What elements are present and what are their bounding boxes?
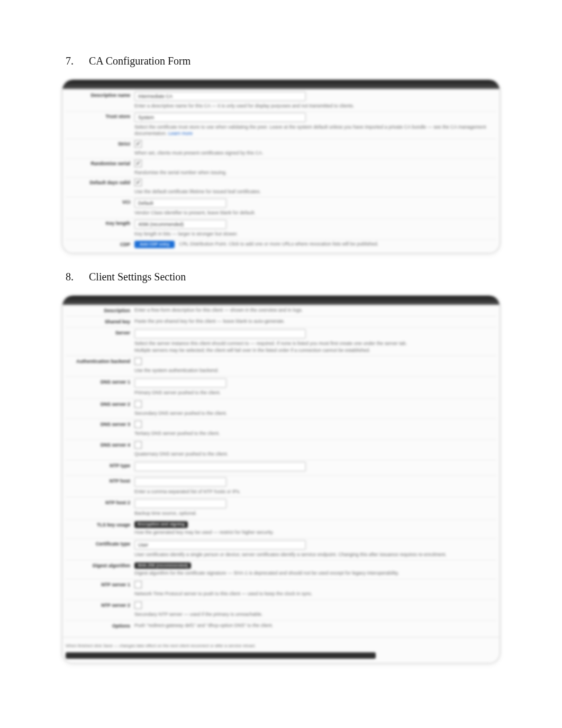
hint-dns4: Quaternary DNS server pushed to the clie… xyxy=(134,451,228,457)
pill-digest[interactable]: SHA-256 (recommended) xyxy=(134,562,191,569)
hint-ntp-host2: Backup time source, optional. xyxy=(134,511,197,516)
figure-8-wrap: Description Enter a free-form descriptio… xyxy=(0,295,562,664)
hint-dns1: Primary DNS server pushed to the client. xyxy=(134,390,221,395)
label-descriptive-name: Descriptive name xyxy=(66,92,134,98)
hint-dns2: Secondary DNS server pushed to the clien… xyxy=(134,411,227,416)
row-ntp-host2: NTP host 2 Backup time source, optional. xyxy=(66,497,496,519)
label-options: Options xyxy=(66,622,134,629)
label-ntp-host2: NTP host 2 xyxy=(66,499,134,506)
label-strict: Strict xyxy=(66,140,134,147)
row-key-length: Key length 4096 (recommended) Key length… xyxy=(66,218,496,239)
label-default-days: Default days valid xyxy=(66,179,134,186)
figure-footer: When finished click Save — changes take … xyxy=(62,637,500,663)
figure-7-wrap: Descriptive name Intermediate CA Enter a… xyxy=(0,79,562,254)
label-dns2: DNS server 2 xyxy=(66,401,134,407)
checkbox-auth-backend[interactable] xyxy=(134,358,142,365)
select-key-length[interactable]: 4096 (recommended) xyxy=(134,220,226,229)
input-descriptive-name[interactable]: Intermediate CA xyxy=(134,92,306,101)
row-randomise-serial: Randomise serial Randomise the serial nu… xyxy=(66,158,496,178)
checkbox-dns3[interactable] xyxy=(134,421,142,428)
row-cdp: CDP Add CDP entry CRL Distribution Point… xyxy=(66,239,496,250)
label-tls-usage: TLS key usage xyxy=(66,521,134,528)
list-title-7: CA Configuration Form xyxy=(89,55,562,67)
label-cdp: CDP xyxy=(66,241,134,248)
row-descriptive-name: Descriptive name Intermediate CA Enter a… xyxy=(66,89,496,111)
figure-body-2: Description Enter a free-form descriptio… xyxy=(62,305,500,634)
row-vci: VCI Default Vendor Class Identifier to p… xyxy=(66,197,496,218)
figure-body: Descriptive name Intermediate CA Enter a… xyxy=(62,89,500,253)
hint-dns3: Tertiary DNS server pushed to the client… xyxy=(134,431,220,436)
select-server[interactable] xyxy=(134,329,306,339)
list-title-8: Client Settings Section xyxy=(89,271,562,283)
hint-default-days: Use the default certificate lifetime for… xyxy=(134,189,261,194)
row-options: Options Push "redirect-gateway def1" and… xyxy=(66,620,496,631)
footer-bar xyxy=(66,652,376,659)
label-ntp-type: NTP type xyxy=(66,462,134,469)
label-vci: VCI xyxy=(66,198,134,205)
row-ntp-type: NTP type xyxy=(66,460,496,475)
list-item-8: 8. Client Settings Section xyxy=(66,271,562,283)
button-add-cdp[interactable]: Add CDP entry xyxy=(134,241,175,249)
label-auth-backend: Authentication backend xyxy=(66,358,134,365)
figure-header-bar-2 xyxy=(62,296,500,305)
hint-digest: Digest algorithm for the certificate sig… xyxy=(134,570,496,577)
checkbox-default-days[interactable] xyxy=(134,179,142,186)
row-dns1: DNS server 1 Primary DNS server pushed t… xyxy=(66,376,496,398)
hint-key-length: Key length in bits — larger is stronger … xyxy=(134,231,238,236)
checkbox-strict[interactable] xyxy=(134,140,142,148)
label-dns1: DNS server 1 xyxy=(66,378,134,385)
label-shared-key: Shared key xyxy=(66,318,134,325)
hint-trust-store: Select the certificate trust store to us… xyxy=(134,124,486,136)
row-dns3: DNS server 3 Tertiary DNS server pushed … xyxy=(66,418,496,439)
select-trust-store[interactable]: System xyxy=(134,113,306,122)
row-cert-type: Certificate type User User certificates … xyxy=(66,538,496,560)
checkbox-randomise[interactable] xyxy=(134,160,142,167)
hint-descriptive-name: Enter a descriptive name for this CA — i… xyxy=(134,103,354,108)
pill-tls-usage[interactable]: Encryption and signing xyxy=(134,521,188,528)
input-ntp-host2[interactable] xyxy=(134,499,226,508)
row-ntp-host: NTP host Enter a comma-separated list of… xyxy=(66,475,496,497)
list-number-7: 7. xyxy=(66,55,89,67)
hint-randomise: Randomise the serial number when issuing… xyxy=(134,170,227,175)
row-shared-key: Shared key Paste the pre-shared key for … xyxy=(66,316,496,327)
figure-ca-config: Descriptive name Intermediate CA Enter a… xyxy=(61,79,501,254)
row-description: Description Enter a free-form descriptio… xyxy=(66,305,496,316)
checkbox-ntp-server1[interactable] xyxy=(134,581,142,588)
hint-server-2: Multiple servers may be selected; the cl… xyxy=(134,348,370,353)
checkbox-dns4[interactable] xyxy=(134,441,142,449)
input-dns1[interactable] xyxy=(134,378,226,388)
select-ntp-type[interactable] xyxy=(134,462,306,471)
label-key-length: Key length xyxy=(66,220,134,226)
list-item-7: 7. CA Configuration Form xyxy=(66,55,562,67)
label-digest: Digest algorithm xyxy=(66,562,134,569)
row-server: Server Select the server instance this c… xyxy=(66,327,496,356)
hint-options: Push "redirect-gateway def1" and "dhcp-o… xyxy=(134,623,273,628)
checkbox-ntp-server2[interactable] xyxy=(134,602,142,609)
hint-auth-backend: Use the system authentication backend. xyxy=(134,368,219,373)
label-ntp-host: NTP host xyxy=(66,477,134,484)
hint-cert-type: User certificates identify a single pers… xyxy=(134,552,447,557)
footer-hint: When finished click Save — changes take … xyxy=(66,643,256,648)
figure-client-settings: Description Enter a free-form descriptio… xyxy=(61,295,501,664)
label-ntp-server1: NTP server 1 xyxy=(66,581,134,588)
hint-shared-key: Paste the pre-shared key for this client… xyxy=(134,319,285,324)
label-description: Description xyxy=(66,307,134,314)
hint-ntp-server2: Secondary NTP server — used if the prima… xyxy=(134,612,262,617)
select-cert-type[interactable]: User xyxy=(134,540,306,550)
row-ntp-server1: NTP server 1 Network Time Protocol serve… xyxy=(66,579,496,599)
row-default-days: Default days valid Use the default certi… xyxy=(66,177,496,197)
input-vci[interactable]: Default xyxy=(134,198,226,208)
label-randomise: Randomise serial xyxy=(66,160,134,167)
label-ntp-server2: NTP server 2 xyxy=(66,602,134,608)
hint-cdp: CRL Distribution Point. Click to add one… xyxy=(179,241,378,247)
hint-vci: Vendor Class Identifier to present, leav… xyxy=(134,210,256,215)
row-ntp-server2: NTP server 2 Secondary NTP server — used… xyxy=(66,599,496,620)
row-strict: Strict When set, clients must present ce… xyxy=(66,139,496,158)
label-cert-type: Certificate type xyxy=(66,540,134,547)
checkbox-dns2[interactable] xyxy=(134,401,142,408)
hint-strict: When set, clients must present certifica… xyxy=(134,150,264,156)
input-ntp-host[interactable] xyxy=(134,477,226,487)
label-dns4: DNS server 4 xyxy=(66,441,134,448)
row-trust-store: Trust store System Select the certificat… xyxy=(66,111,496,139)
figure-header-bar xyxy=(62,80,500,89)
